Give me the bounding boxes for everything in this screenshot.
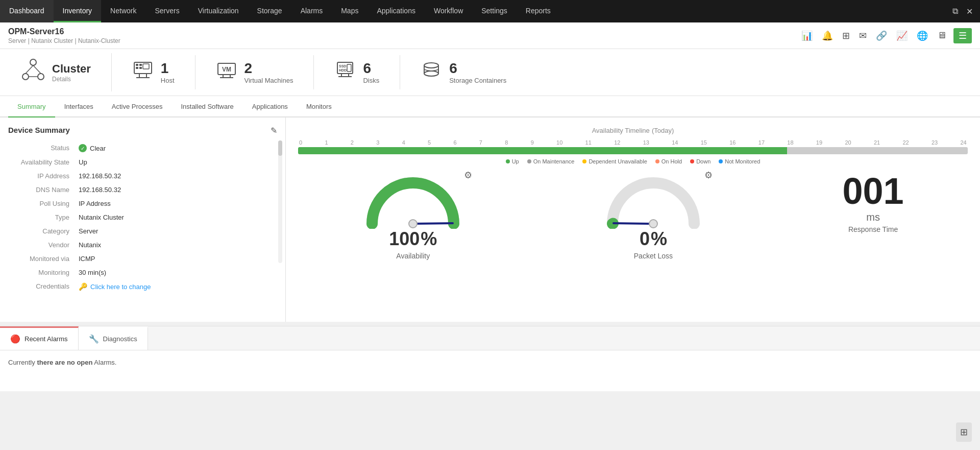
alert-icon-button[interactable]: 🔔 [820, 28, 835, 43]
mail-icon-button[interactable]: ✉ [857, 28, 869, 43]
cluster-stat-host: 1 Host [112, 55, 195, 89]
disk-stat: 6 Disks [363, 60, 379, 84]
alarms-msg-middle: there are no open [37, 359, 92, 366]
tab-interfaces[interactable]: Interfaces [55, 97, 103, 117]
legend-not-monitored: Not Monitored [719, 158, 760, 164]
cluster-subtitle: Details [52, 76, 91, 83]
alarms-msg-prefix: Currently [8, 359, 35, 366]
nav-item-network[interactable]: Network [101, 0, 145, 22]
tab-applications[interactable]: Applications [243, 97, 297, 117]
chart-icon-button[interactable]: 📊 [799, 28, 815, 43]
legend-onhold: On Hold [655, 158, 682, 164]
field-value-status: Clear [77, 141, 276, 155]
svg-text:HDD: HDD [339, 68, 347, 72]
tab-summary[interactable]: Summary [8, 97, 55, 117]
tab-diagnostics[interactable]: 🔧 Diagnostics [79, 326, 148, 350]
cluster-icon [20, 57, 46, 87]
nav-item-applications[interactable]: Applications [368, 0, 425, 22]
link-icon-button[interactable]: 🔗 [874, 28, 889, 43]
cluster-stat-vms: VM 2 Virtual Machines [195, 55, 314, 89]
legend-up-label: Up [512, 158, 519, 164]
svg-rect-11 [143, 64, 149, 69]
svg-line-4 [33, 65, 41, 74]
tab-monitors[interactable]: Monitors [297, 97, 341, 117]
field-value-vendor: Nutanix [77, 239, 276, 251]
field-value-monitoring: 30 min(s) [77, 266, 276, 279]
table-row: Type Nutanix Cluster [9, 211, 276, 224]
field-value-category: Server [77, 225, 276, 238]
nav-item-reports[interactable]: Reports [517, 0, 560, 22]
tab-active-processes[interactable]: Active Processes [103, 97, 172, 117]
display-icon-button[interactable]: 🖥 [935, 28, 948, 43]
window-close-button[interactable]: ✕ [963, 5, 976, 18]
bottom-section: 🔴 Recent Alarms 🔧 Diagnostics Currently … [0, 326, 980, 391]
legend-up: Up [506, 158, 519, 164]
legend-not-monitored-label: Not Monitored [725, 158, 760, 164]
packet-loss-label: Packet Loss [634, 252, 673, 260]
device-summary-panel: Device Summary ✎ Status Clear [0, 117, 286, 322]
table-row: Status Clear [9, 141, 276, 155]
alarms-tab-label: Recent Alarms [24, 335, 68, 343]
svg-text:SSD: SSD [339, 64, 346, 68]
summary-table: Status Clear Availability State Up IP Ad… [8, 140, 277, 294]
storage-count: 6 [449, 60, 506, 77]
disk-count: 6 [363, 60, 379, 77]
nav-item-maps[interactable]: Maps [332, 0, 368, 22]
main-content: Device Summary ✎ Status Clear [0, 117, 980, 322]
header-actions: 📊 🔔 ⊞ ✉ 🔗 📈 🌐 🖥 ☰ [799, 28, 972, 43]
tab-installed-software[interactable]: Installed Software [172, 97, 242, 117]
nav-item-virtualization[interactable]: Virtualization [189, 0, 248, 22]
nav-item-storage[interactable]: Storage [248, 0, 291, 22]
packet-loss-unit: % [651, 228, 667, 250]
svg-line-3 [26, 65, 33, 74]
cluster-stat-storage: 6 Storage Containers [400, 55, 527, 89]
svg-rect-8 [136, 67, 138, 69]
availability-subtitle: (Today) [652, 127, 674, 134]
legend-maintenance-dot [527, 159, 531, 163]
availability-label: Availability [396, 252, 430, 260]
nav-item-alarms[interactable]: Alarms [291, 0, 332, 22]
field-label-vendor: Vendor [9, 239, 76, 251]
edit-icon[interactable]: ✎ [271, 126, 277, 135]
vm-label: Virtual Machines [244, 77, 293, 84]
globe-icon-button[interactable]: 🌐 [915, 28, 930, 43]
tab-recent-alarms[interactable]: 🔴 Recent Alarms [0, 326, 79, 350]
nav-item-workflow[interactable]: Workflow [425, 0, 472, 22]
no-alarms-message: Currently there are no open Alarms. [8, 359, 972, 366]
breadcrumb: Server | Nutanix Cluster | Nutanix-Clust… [8, 37, 120, 44]
menu-icon-button[interactable]: ☰ [953, 28, 972, 43]
table-row: Poll Using IP Address [9, 197, 276, 210]
scroll-thumb[interactable] [278, 140, 282, 156]
field-label-type: Type [9, 211, 76, 224]
diagnostics-tab-label: Diagnostics [103, 335, 137, 343]
timeline-bar [298, 147, 968, 154]
packet-loss-gauge-svg [602, 173, 704, 229]
cluster-bar: Cluster Details 1 Host [0, 49, 980, 96]
nav-item-inventory[interactable]: Inventory [54, 0, 102, 22]
field-value-credentials: 🔑 Click here to change [77, 280, 276, 293]
packet-loss-value-row: 0 % [640, 232, 667, 250]
svg-line-35 [614, 223, 653, 224]
packet-loss-gauge-settings-icon[interactable]: ⚙ [704, 170, 713, 181]
legend-onhold-label: On Hold [662, 158, 682, 164]
grid-icon-button[interactable]: ⊞ [840, 28, 852, 43]
nav-item-settings[interactable]: Settings [472, 0, 517, 22]
response-time-unit: ms [866, 211, 880, 223]
cluster-title-group: Cluster Details [52, 62, 91, 83]
legend-down: Down [690, 158, 710, 164]
credentials-link[interactable]: Click here to change [90, 283, 151, 291]
nav-item-dashboard[interactable]: Dashboard [0, 0, 54, 22]
nav-item-servers[interactable]: Servers [145, 0, 188, 22]
svg-point-36 [649, 220, 657, 228]
field-label-credentials: Credentials [9, 280, 76, 293]
field-value-availability: Up [77, 156, 276, 169]
svg-rect-9 [139, 64, 142, 66]
window-restore-button[interactable]: ⧉ [949, 5, 961, 18]
legend-up-dot [506, 159, 510, 163]
chart-line-icon-button[interactable]: 📈 [894, 28, 910, 43]
vm-icon: VM [216, 59, 237, 85]
response-time-value: 001 [843, 173, 904, 209]
alarms-msg-suffix: Alarms. [94, 359, 116, 366]
availability-gauge-settings-icon[interactable]: ⚙ [464, 170, 472, 181]
nav-spacer [560, 0, 945, 22]
